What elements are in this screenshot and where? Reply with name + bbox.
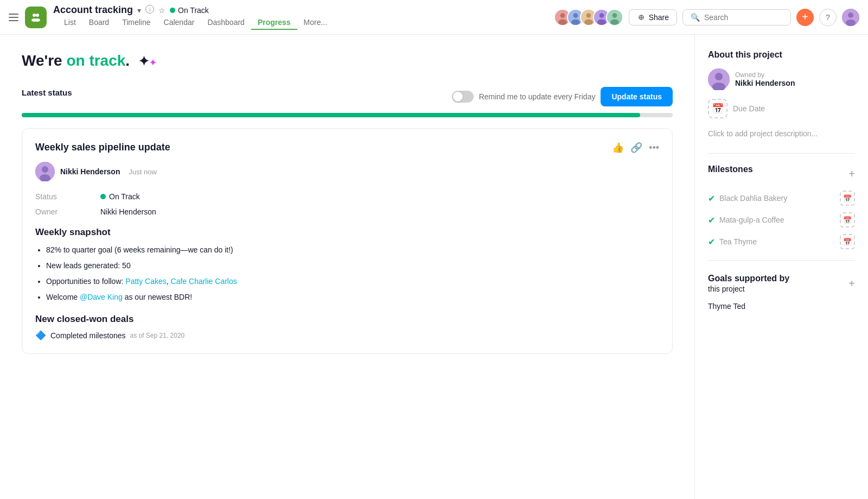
status-value-text: On Track xyxy=(109,192,140,201)
thyme-ted-label: Thyme Ted xyxy=(708,302,855,311)
owner-avatar xyxy=(708,68,730,90)
status-field: Status On Track xyxy=(35,192,659,201)
due-date-row: 📅 Due Date xyxy=(708,99,855,118)
thyme-ted-area: Thyme Ted xyxy=(708,302,855,311)
share-button[interactable]: Share xyxy=(629,9,677,26)
project-title-area: Account tracking ▾ i ☆ On Track List Boa… xyxy=(53,4,334,30)
remind-area: Remind me to update every Friday Update … xyxy=(452,87,673,106)
search-icon: 🔍 xyxy=(691,13,700,22)
hero-prefix: We're xyxy=(22,52,66,69)
add-goal-button[interactable]: + xyxy=(848,277,855,290)
svg-point-17 xyxy=(584,19,593,25)
collaborator-avatars xyxy=(554,9,623,26)
milestone-calendar-icon[interactable]: 📅 xyxy=(840,234,855,249)
svg-point-6 xyxy=(35,18,40,22)
tab-dashboard[interactable]: Dashboard xyxy=(201,16,251,30)
svg-point-10 xyxy=(560,13,565,18)
new-deals-title: New closed-won deals xyxy=(35,314,659,325)
update-title: Weekly sales pipeline update xyxy=(35,142,170,153)
tab-board[interactable]: Board xyxy=(82,16,116,30)
snapshot-list: 82% to quarter goal (6 weeks remaining—w… xyxy=(35,244,659,303)
search-input[interactable] xyxy=(704,13,783,22)
like-icon[interactable]: 👍 xyxy=(612,142,624,154)
milestone-row: ✔ Tea Thyme 📅 xyxy=(708,234,855,249)
avatar[interactable] xyxy=(606,9,623,26)
tab-progress[interactable]: Progress xyxy=(251,16,297,30)
status-field-value: On Track xyxy=(100,192,140,201)
owner-row: Owned by Nikki Henderson xyxy=(708,68,855,90)
add-button[interactable]: + xyxy=(796,9,814,26)
hero-suffix: . xyxy=(125,52,130,69)
svg-point-3 xyxy=(33,14,36,17)
completed-milestones-row: 🔷 Completed milestones as of Sep 21, 202… xyxy=(35,330,659,340)
svg-point-4 xyxy=(36,14,39,17)
milestone-teal-icon: 🔷 xyxy=(35,330,46,340)
list-item: Opportunities to follow: Patty Cakes, Ca… xyxy=(46,276,659,287)
milestone-left: ✔ Black Dahlia Bakery xyxy=(708,193,787,204)
list-item: New leads generated: 50 xyxy=(46,260,659,271)
goals-title-block: Goals supported by this project xyxy=(708,274,789,293)
completed-date: as of Sep 21, 2020 xyxy=(130,332,185,339)
status-dot xyxy=(170,8,175,13)
status-field-label: Status xyxy=(35,192,100,201)
milestone-check-icon: ✔ xyxy=(708,193,715,204)
share-label: Share xyxy=(649,13,669,22)
goals-supported-label: Goals supported by xyxy=(708,274,789,283)
update-card: Weekly sales pipeline update 👍 🔗 ••• Nik… xyxy=(22,128,673,354)
header-right: Share 🔍 + ? xyxy=(554,9,859,26)
svg-point-13 xyxy=(573,13,578,18)
content-area: We're on track. ✦✦ Latest status Remind … xyxy=(0,35,694,499)
sparkle-icon: ✦✦ xyxy=(138,54,156,68)
tab-more[interactable]: More... xyxy=(297,16,334,30)
svg-point-34 xyxy=(715,73,723,80)
svg-point-22 xyxy=(612,13,617,18)
svg-point-19 xyxy=(599,13,604,18)
more-icon[interactable]: ••• xyxy=(649,142,659,154)
header: Account tracking ▾ i ☆ On Track List Boa… xyxy=(0,0,868,35)
owner-info: Owned by Nikki Henderson xyxy=(735,71,795,87)
author-row: Nikki Henderson Just now xyxy=(35,162,659,181)
hero-highlight: on track xyxy=(66,52,125,69)
patty-cakes-link[interactable]: Patty Cakes xyxy=(125,277,166,286)
hamburger-icon[interactable] xyxy=(9,14,18,21)
link-icon[interactable]: 🔗 xyxy=(630,142,642,154)
remind-toggle[interactable] xyxy=(452,91,474,103)
user-avatar[interactable] xyxy=(842,9,859,26)
about-title: About this project xyxy=(708,50,855,60)
chevron-down-icon[interactable]: ▾ xyxy=(137,6,141,15)
search-box[interactable]: 🔍 xyxy=(682,9,791,26)
main-container: We're on track. ✦✦ Latest status Remind … xyxy=(0,35,868,499)
hero-title: We're on track. ✦✦ xyxy=(22,52,673,70)
star-icon[interactable]: ☆ xyxy=(158,6,165,15)
info-icon[interactable]: i xyxy=(145,5,154,15)
milestone-name: Black Dahlia Bakery xyxy=(719,194,787,203)
add-milestone-button[interactable]: + xyxy=(848,168,855,180)
update-status-button[interactable]: Update status xyxy=(601,87,673,106)
owned-by-label: Owned by xyxy=(735,71,795,79)
milestone-check-icon: ✔ xyxy=(708,237,715,247)
divider xyxy=(708,260,855,261)
tab-list[interactable]: List xyxy=(58,16,82,30)
tab-calendar[interactable]: Calendar xyxy=(157,16,201,30)
status-badge: On Track xyxy=(170,6,209,15)
calendar-icon[interactable]: 📅 xyxy=(708,99,727,118)
tab-timeline[interactable]: Timeline xyxy=(116,16,157,30)
svg-rect-0 xyxy=(9,14,18,15)
milestones-title: Milestones xyxy=(708,165,753,174)
milestone-left: ✔ Tea Thyme xyxy=(708,237,757,247)
mention-dave-king[interactable]: @Dave King xyxy=(80,293,123,301)
svg-point-23 xyxy=(610,19,619,25)
svg-point-28 xyxy=(848,12,853,18)
description-placeholder[interactable]: Click to add project description... xyxy=(708,129,855,138)
milestone-row: ✔ Black Dahlia Bakery 📅 xyxy=(708,191,855,206)
milestone-calendar-icon[interactable]: 📅 xyxy=(840,212,855,228)
cafe-charlie-link[interactable]: Cafe Charlie Carlos xyxy=(171,277,237,286)
milestone-calendar-icon[interactable]: 📅 xyxy=(840,191,855,206)
app-icon xyxy=(25,7,47,28)
goals-title: Goals supported by xyxy=(708,274,789,283)
owner-field-label: Owner xyxy=(35,207,100,216)
latest-status-label: Latest status xyxy=(22,88,72,97)
help-button[interactable]: ? xyxy=(819,9,837,26)
progress-bar xyxy=(22,113,673,117)
milestone-check-icon: ✔ xyxy=(708,215,715,225)
